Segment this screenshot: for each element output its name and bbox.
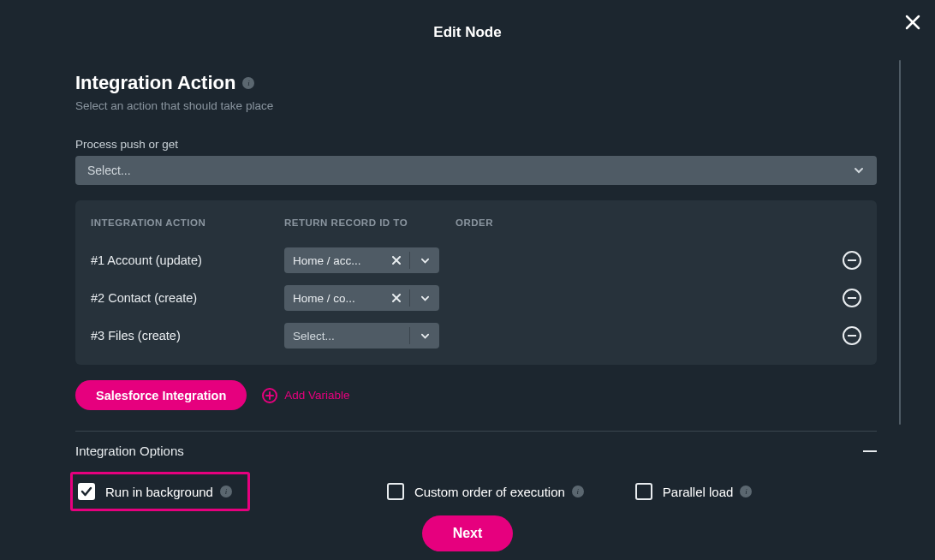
dropdown-toggle[interactable] [410,294,439,303]
options-row: Run in background i Custom order of exec… [75,472,877,511]
dropdown-toggle[interactable] [410,331,439,341]
checkbox[interactable] [387,483,404,500]
checkbox[interactable] [635,483,652,500]
add-variable-label: Add Variable [284,389,349,402]
integration-table: INTEGRATION ACTION RETURN RECORD ID TO O… [75,200,877,365]
section-title: Integration Action [75,72,235,94]
section-subtitle: Select an action that should take place [75,99,877,112]
return-select-value: Home / co... [284,292,384,305]
remove-row-button[interactable] [843,289,861,307]
plus-circle-icon [262,388,277,403]
chevron-down-icon [420,256,430,265]
close-button[interactable] [902,12,923,33]
option-parallel-load: Parallel load i [635,483,753,500]
table-row: #2 Contact (create) Home / co... [91,279,861,317]
return-select[interactable]: Home / acc... [284,247,439,273]
clear-button[interactable] [384,294,409,302]
modal-content: Integration Action i Select an action th… [0,72,877,511]
x-icon [392,294,401,302]
minus-icon [848,335,856,337]
option-label: Run in background i [105,485,232,499]
options-header: Integration Options [75,444,877,458]
row-action-label: #3 Files (create) [91,329,284,343]
chevron-down-icon [853,164,865,176]
chevron-down-icon [420,331,430,341]
process-field-label: Process push or get [75,138,877,151]
options-title: Integration Options [75,444,184,458]
info-icon[interactable]: i [242,77,254,89]
return-select[interactable]: Select... [284,323,439,349]
info-icon[interactable]: i [220,486,232,497]
modal-title: Edit Node [433,24,501,41]
info-icon[interactable]: i [740,486,752,497]
return-select-placeholder: Select... [284,330,409,343]
col-header-action: INTEGRATION ACTION [91,217,284,228]
minus-icon [848,259,856,261]
dropdown-toggle[interactable] [410,256,439,265]
row-action-label: #2 Contact (create) [91,291,284,305]
close-icon [905,15,920,30]
return-select-value: Home / acc... [284,254,384,267]
option-label: Parallel load i [663,485,753,499]
remove-row-button[interactable] [843,326,861,345]
action-buttons-row: Salesforce Integration Add Variable [75,380,877,410]
divider [75,431,877,432]
checkmark-icon [80,486,92,497]
x-icon [392,256,401,265]
modal-header: Edit Node [0,0,935,51]
option-label: Custom order of execution i [414,485,584,499]
process-select-placeholder: Select... [87,164,131,177]
col-header-return: RETURN RECORD ID TO [284,217,456,228]
process-select[interactable]: Select... [75,156,877,185]
chevron-down-icon [420,294,430,303]
minus-icon [848,297,856,299]
return-select[interactable]: Home / co... [284,285,439,311]
option-custom-order: Custom order of execution i [387,483,584,500]
section-heading: Integration Action i [75,72,877,94]
add-variable-link[interactable]: Add Variable [262,388,349,403]
checkbox[interactable] [78,483,95,500]
next-button[interactable]: Next [422,515,514,551]
table-row: #1 Account (update) Home / acc... [91,241,861,279]
footer-row: Next [0,515,935,551]
row-action-label: #1 Account (update) [91,253,284,267]
salesforce-integration-button[interactable]: Salesforce Integration [75,380,247,410]
option-run-in-background: Run in background i [70,472,250,511]
collapse-icon[interactable] [863,450,877,452]
table-row: #3 Files (create) Select... [91,317,861,354]
col-header-order: ORDER [456,217,836,228]
info-icon[interactable]: i [572,486,584,497]
remove-row-button[interactable] [843,251,861,270]
table-header: INTEGRATION ACTION RETURN RECORD ID TO O… [91,217,861,228]
clear-button[interactable] [384,256,409,265]
scrollbar[interactable] [899,60,901,425]
